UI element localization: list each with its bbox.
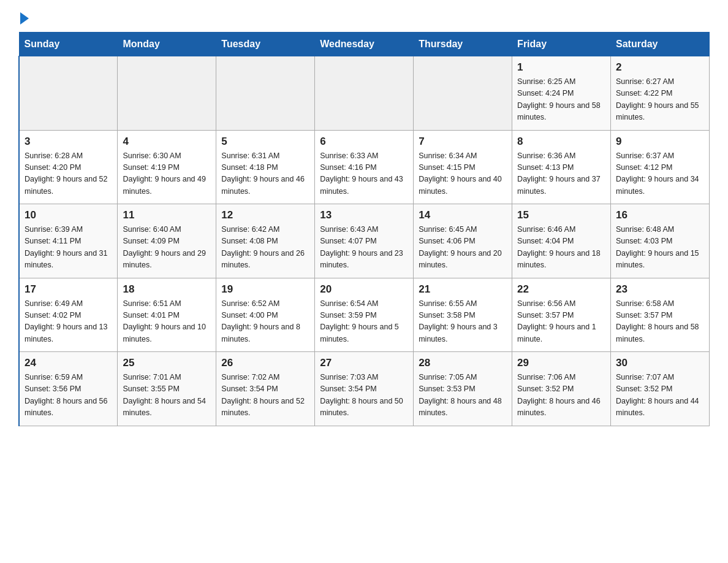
- day-info: Sunrise: 6:48 AM Sunset: 4:03 PM Dayligh…: [616, 224, 704, 272]
- day-info: Sunrise: 6:55 AM Sunset: 3:58 PM Dayligh…: [419, 298, 507, 346]
- calendar-cell: 29Sunrise: 7:06 AM Sunset: 3:52 PM Dayli…: [512, 352, 611, 426]
- calendar-cell: 4Sunrise: 6:30 AM Sunset: 4:19 PM Daylig…: [118, 130, 216, 204]
- calendar-cell: 28Sunrise: 7:05 AM Sunset: 3:53 PM Dayli…: [414, 352, 512, 426]
- calendar-cell: 21Sunrise: 6:55 AM Sunset: 3:58 PM Dayli…: [414, 278, 512, 352]
- day-number: 6: [320, 136, 408, 148]
- calendar-cell: 8Sunrise: 6:36 AM Sunset: 4:13 PM Daylig…: [512, 130, 611, 204]
- day-info: Sunrise: 7:02 AM Sunset: 3:54 PM Dayligh…: [221, 372, 309, 419]
- day-info: Sunrise: 6:54 AM Sunset: 3:59 PM Dayligh…: [320, 298, 408, 346]
- day-number: 2: [616, 61, 704, 74]
- day-number: 22: [517, 283, 605, 296]
- day-info: Sunrise: 6:39 AM Sunset: 4:11 PM Dayligh…: [25, 224, 112, 272]
- col-header-saturday: Saturday: [611, 33, 710, 56]
- day-number: 11: [123, 209, 211, 221]
- day-info: Sunrise: 7:05 AM Sunset: 3:53 PM Dayligh…: [419, 372, 507, 419]
- calendar-cell: 22Sunrise: 6:56 AM Sunset: 3:57 PM Dayli…: [512, 278, 611, 352]
- calendar-cell: 16Sunrise: 6:48 AM Sunset: 4:03 PM Dayli…: [611, 204, 710, 278]
- day-info: Sunrise: 6:40 AM Sunset: 4:09 PM Dayligh…: [123, 224, 211, 272]
- day-info: Sunrise: 7:01 AM Sunset: 3:55 PM Dayligh…: [123, 372, 211, 419]
- col-header-tuesday: Tuesday: [216, 33, 315, 56]
- calendar-header-row: SundayMondayTuesdayWednesdayThursdayFrid…: [19, 33, 710, 56]
- calendar-cell: 19Sunrise: 6:52 AM Sunset: 4:00 PM Dayli…: [216, 278, 315, 352]
- day-info: Sunrise: 6:36 AM Sunset: 4:13 PM Dayligh…: [517, 150, 605, 198]
- day-number: 17: [25, 283, 112, 296]
- day-number: 10: [25, 209, 112, 221]
- day-info: Sunrise: 6:51 AM Sunset: 4:01 PM Dayligh…: [123, 298, 211, 346]
- day-info: Sunrise: 6:37 AM Sunset: 4:12 PM Dayligh…: [616, 150, 704, 198]
- day-info: Sunrise: 7:03 AM Sunset: 3:54 PM Dayligh…: [320, 372, 408, 419]
- day-number: 14: [419, 209, 507, 221]
- calendar-week-row: 24Sunrise: 6:59 AM Sunset: 3:56 PM Dayli…: [19, 352, 710, 426]
- day-number: 1: [517, 61, 605, 74]
- day-info: Sunrise: 6:43 AM Sunset: 4:07 PM Dayligh…: [320, 224, 408, 272]
- day-info: Sunrise: 6:34 AM Sunset: 4:15 PM Dayligh…: [419, 150, 507, 198]
- day-info: Sunrise: 7:07 AM Sunset: 3:52 PM Dayligh…: [616, 372, 704, 419]
- calendar-week-row: 17Sunrise: 6:49 AM Sunset: 4:02 PM Dayli…: [19, 278, 710, 352]
- calendar-cell: 17Sunrise: 6:49 AM Sunset: 4:02 PM Dayli…: [19, 278, 118, 352]
- calendar-cell: [315, 56, 414, 131]
- day-number: 30: [616, 357, 704, 369]
- day-number: 18: [123, 283, 211, 296]
- day-number: 26: [221, 357, 309, 369]
- calendar-cell: [216, 56, 315, 131]
- day-info: Sunrise: 6:56 AM Sunset: 3:57 PM Dayligh…: [517, 298, 605, 346]
- day-info: Sunrise: 6:46 AM Sunset: 4:04 PM Dayligh…: [517, 224, 605, 272]
- day-number: 24: [25, 357, 112, 369]
- calendar-week-row: 10Sunrise: 6:39 AM Sunset: 4:11 PM Dayli…: [19, 204, 710, 278]
- day-number: 19: [221, 283, 309, 296]
- calendar-cell: 12Sunrise: 6:42 AM Sunset: 4:08 PM Dayli…: [216, 204, 315, 278]
- day-number: 21: [419, 283, 507, 296]
- page-header: [18, 12, 710, 26]
- calendar-cell: 30Sunrise: 7:07 AM Sunset: 3:52 PM Dayli…: [611, 352, 710, 426]
- day-number: 4: [123, 136, 211, 148]
- col-header-friday: Friday: [512, 33, 611, 56]
- calendar-week-row: 3Sunrise: 6:28 AM Sunset: 4:20 PM Daylig…: [19, 130, 710, 204]
- calendar-table: SundayMondayTuesdayWednesdayThursdayFrid…: [18, 32, 710, 426]
- calendar-cell: 25Sunrise: 7:01 AM Sunset: 3:55 PM Dayli…: [118, 352, 216, 426]
- col-header-thursday: Thursday: [414, 33, 512, 56]
- calendar-cell: 20Sunrise: 6:54 AM Sunset: 3:59 PM Dayli…: [315, 278, 414, 352]
- day-number: 12: [221, 209, 309, 221]
- calendar-cell: 2Sunrise: 6:27 AM Sunset: 4:22 PM Daylig…: [611, 56, 710, 131]
- day-info: Sunrise: 6:33 AM Sunset: 4:16 PM Dayligh…: [320, 150, 408, 198]
- calendar-cell: [19, 56, 118, 131]
- calendar-cell: 13Sunrise: 6:43 AM Sunset: 4:07 PM Dayli…: [315, 204, 414, 278]
- day-info: Sunrise: 6:49 AM Sunset: 4:02 PM Dayligh…: [25, 298, 112, 346]
- col-header-sunday: Sunday: [19, 33, 118, 56]
- day-number: 7: [419, 136, 507, 148]
- day-info: Sunrise: 6:31 AM Sunset: 4:18 PM Dayligh…: [221, 150, 309, 198]
- day-number: 25: [123, 357, 211, 369]
- col-header-monday: Monday: [118, 33, 216, 56]
- calendar-week-row: 1Sunrise: 6:25 AM Sunset: 4:24 PM Daylig…: [19, 56, 710, 131]
- day-info: Sunrise: 6:28 AM Sunset: 4:20 PM Dayligh…: [25, 150, 112, 198]
- logo: [18, 12, 29, 26]
- calendar-cell: 27Sunrise: 7:03 AM Sunset: 3:54 PM Dayli…: [315, 352, 414, 426]
- day-number: 27: [320, 357, 408, 369]
- calendar-cell: 7Sunrise: 6:34 AM Sunset: 4:15 PM Daylig…: [414, 130, 512, 204]
- day-number: 8: [517, 136, 605, 148]
- day-number: 9: [616, 136, 704, 148]
- calendar-cell: 26Sunrise: 7:02 AM Sunset: 3:54 PM Dayli…: [216, 352, 315, 426]
- day-info: Sunrise: 6:45 AM Sunset: 4:06 PM Dayligh…: [419, 224, 507, 272]
- day-number: 15: [517, 209, 605, 221]
- day-number: 13: [320, 209, 408, 221]
- day-number: 3: [25, 136, 112, 148]
- day-info: Sunrise: 6:30 AM Sunset: 4:19 PM Dayligh…: [123, 150, 211, 198]
- day-info: Sunrise: 6:25 AM Sunset: 4:24 PM Dayligh…: [517, 76, 605, 124]
- calendar-cell: [118, 56, 216, 131]
- calendar-cell: 10Sunrise: 6:39 AM Sunset: 4:11 PM Dayli…: [19, 204, 118, 278]
- day-number: 23: [616, 283, 704, 296]
- day-info: Sunrise: 6:59 AM Sunset: 3:56 PM Dayligh…: [25, 372, 112, 419]
- day-number: 20: [320, 283, 408, 296]
- calendar-cell: 6Sunrise: 6:33 AM Sunset: 4:16 PM Daylig…: [315, 130, 414, 204]
- calendar-cell: 9Sunrise: 6:37 AM Sunset: 4:12 PM Daylig…: [611, 130, 710, 204]
- day-info: Sunrise: 6:27 AM Sunset: 4:22 PM Dayligh…: [616, 76, 704, 124]
- day-info: Sunrise: 6:42 AM Sunset: 4:08 PM Dayligh…: [221, 224, 309, 272]
- calendar-cell: 11Sunrise: 6:40 AM Sunset: 4:09 PM Dayli…: [118, 204, 216, 278]
- col-header-wednesday: Wednesday: [315, 33, 414, 56]
- calendar-cell: 24Sunrise: 6:59 AM Sunset: 3:56 PM Dayli…: [19, 352, 118, 426]
- calendar-cell: 14Sunrise: 6:45 AM Sunset: 4:06 PM Dayli…: [414, 204, 512, 278]
- calendar-cell: 3Sunrise: 6:28 AM Sunset: 4:20 PM Daylig…: [19, 130, 118, 204]
- day-number: 5: [221, 136, 309, 148]
- calendar-cell: 23Sunrise: 6:58 AM Sunset: 3:57 PM Dayli…: [611, 278, 710, 352]
